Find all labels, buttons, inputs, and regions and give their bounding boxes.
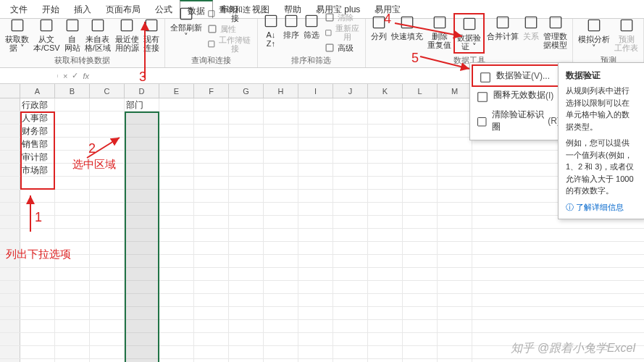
cell-C9[interactable] — [90, 203, 125, 215]
cell-M3[interactable] — [438, 125, 472, 137]
cell-G14[interactable] — [229, 268, 264, 280]
cell-G8[interactable] — [229, 190, 264, 202]
cell-K6[interactable] — [368, 164, 403, 176]
cell-B10[interactable] — [55, 216, 90, 228]
cell-A5[interactable]: 审计部 — [20, 151, 55, 163]
cell-J20[interactable] — [333, 346, 368, 358]
cell-L21[interactable] — [403, 359, 438, 362]
col-header-J[interactable]: J — [333, 84, 368, 98]
cell-L20[interactable] — [403, 346, 438, 358]
cell-B13[interactable] — [55, 255, 90, 267]
cell-L5[interactable] — [403, 151, 438, 163]
cell-G10[interactable] — [229, 216, 264, 228]
row-header-10[interactable] — [0, 216, 20, 228]
cell-F12[interactable] — [194, 242, 229, 254]
row-header-8[interactable] — [0, 190, 20, 202]
col-header-A[interactable]: A — [20, 84, 55, 98]
cell-E20[interactable] — [159, 346, 194, 358]
cell-G3[interactable] — [229, 125, 264, 137]
properties[interactable]: 属性 — [204, 23, 254, 35]
col-header-C[interactable]: C — [90, 84, 125, 98]
cell-A3[interactable]: 财务部 — [20, 125, 55, 137]
dd-clear-circles[interactable]: 清除验证标识圈(R) — [470, 105, 570, 137]
queries-connections[interactable]: 查询和连接 — [204, 4, 254, 23]
cell-B7[interactable] — [55, 177, 90, 189]
get-data[interactable]: 获取数 据 ˅ — [3, 16, 31, 54]
cell-H14[interactable] — [264, 268, 298, 280]
cell-B12[interactable] — [55, 242, 90, 254]
cell-H16[interactable] — [264, 294, 298, 306]
cell-K20[interactable] — [368, 346, 403, 358]
cell-B20[interactable] — [55, 346, 90, 358]
cell-A13[interactable] — [20, 255, 55, 267]
cell-E9[interactable] — [159, 203, 194, 215]
cell-E15[interactable] — [159, 281, 194, 293]
cell-F15[interactable] — [194, 281, 229, 293]
cell-M21[interactable] — [438, 359, 472, 362]
row-header-20[interactable] — [0, 346, 20, 358]
col-header-E[interactable]: E — [159, 84, 194, 98]
cell-C19[interactable] — [90, 333, 125, 345]
cell-J14[interactable] — [333, 268, 368, 280]
from-text-csv[interactable]: 从文 本/CSV — [31, 16, 62, 54]
cell-K8[interactable] — [368, 190, 403, 202]
cell-B8[interactable] — [55, 190, 90, 202]
cell-I13[interactable] — [298, 255, 333, 267]
col-header-B[interactable]: B — [55, 84, 90, 98]
cell-G5[interactable] — [229, 151, 264, 163]
row-header-13[interactable] — [0, 255, 20, 267]
cell-D13[interactable] — [125, 255, 159, 267]
consolidate[interactable]: 合并计算 — [485, 13, 521, 42]
cell-H12[interactable] — [264, 242, 298, 254]
cell-D16[interactable] — [125, 294, 159, 306]
cell-E1[interactable] — [159, 98, 194, 111]
row-header-7[interactable] — [0, 177, 20, 189]
cell-E18[interactable] — [159, 320, 194, 332]
row-header-19[interactable] — [0, 333, 20, 345]
cell-H8[interactable] — [264, 190, 298, 202]
cell-C8[interactable] — [90, 190, 125, 202]
cell-I3[interactable] — [298, 125, 333, 137]
cell-I8[interactable] — [298, 190, 333, 202]
cell-K16[interactable] — [368, 294, 403, 306]
cell-D9[interactable] — [125, 203, 159, 215]
cell-I5[interactable] — [298, 151, 333, 163]
cell-F10[interactable] — [194, 216, 229, 228]
forecast-sheet[interactable]: 预测 工作表 — [612, 16, 640, 54]
row-header-6[interactable] — [0, 164, 20, 176]
cell-A6[interactable]: 市场部 — [20, 164, 55, 176]
cell-G13[interactable] — [229, 255, 264, 267]
cell-G6[interactable] — [229, 164, 264, 176]
cell-J12[interactable] — [333, 242, 368, 254]
cell-I9[interactable] — [298, 203, 333, 215]
cell-K21[interactable] — [368, 359, 403, 362]
cell-M17[interactable] — [438, 307, 472, 319]
cell-B2[interactable] — [55, 111, 90, 124]
cell-H7[interactable] — [264, 177, 298, 189]
cell-E13[interactable] — [159, 255, 194, 267]
cell-I4[interactable] — [298, 138, 333, 150]
cell-M18[interactable] — [438, 320, 472, 332]
cell-H17[interactable] — [264, 307, 298, 319]
cell-M2[interactable] — [438, 111, 472, 124]
cell-I6[interactable] — [298, 164, 333, 176]
cell-I21[interactable] — [298, 359, 333, 362]
cell-A20[interactable] — [20, 346, 55, 358]
cell-C3[interactable] — [90, 125, 125, 137]
cell-E16[interactable] — [159, 294, 194, 306]
cell-L9[interactable] — [403, 203, 438, 215]
cell-E3[interactable] — [159, 125, 194, 137]
cell-B4[interactable] — [55, 138, 90, 150]
cell-M11[interactable] — [438, 229, 472, 241]
from-table-range[interactable]: 来自表 格/区域 — [83, 16, 113, 54]
cell-M13[interactable] — [438, 255, 472, 267]
cell-F11[interactable] — [194, 229, 229, 241]
cell-C15[interactable] — [90, 281, 125, 293]
cell-J7[interactable] — [333, 177, 368, 189]
cell-J13[interactable] — [333, 255, 368, 267]
cell-A11[interactable] — [20, 229, 55, 241]
cell-F18[interactable] — [194, 320, 229, 332]
cell-C20[interactable] — [90, 346, 125, 358]
cell-A17[interactable] — [20, 307, 55, 319]
text-to-columns[interactable]: 分列 — [369, 13, 389, 42]
